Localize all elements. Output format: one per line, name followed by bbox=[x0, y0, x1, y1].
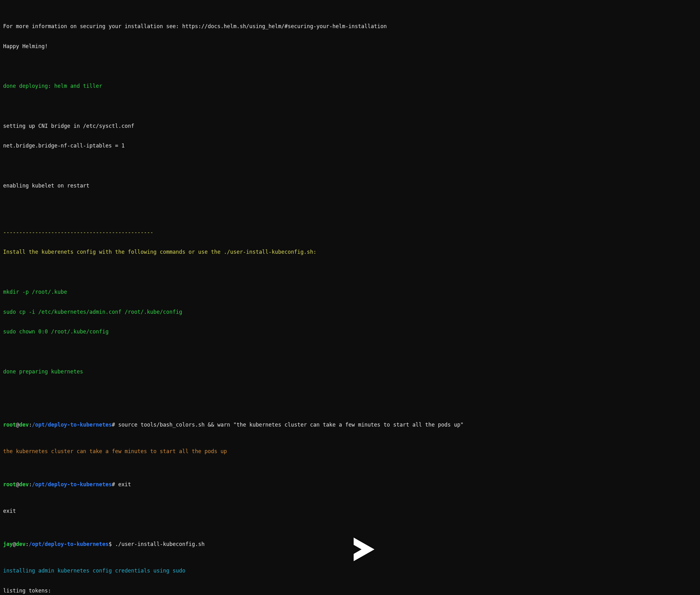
prompt-user: root bbox=[3, 481, 16, 487]
prompt-colon: : bbox=[29, 422, 32, 428]
prompt-path: /opt/deploy-to-kubernetes bbox=[32, 422, 112, 428]
prompt-path: /opt/deploy-to-kubernetes bbox=[29, 541, 109, 547]
status-done-deploy: done deploying: helm and tiller bbox=[3, 83, 697, 89]
prompt-sigil: # bbox=[112, 481, 115, 487]
blank-line bbox=[3, 163, 697, 169]
output-line: exit bbox=[3, 508, 697, 514]
play-icon bbox=[349, 535, 377, 563]
blank-line bbox=[3, 202, 697, 209]
shell-prompt-root: root@dev:/opt/deploy-to-kubernetes# exit bbox=[3, 481, 697, 488]
prompt-host: dev bbox=[16, 541, 26, 547]
suggested-command: sudo chown 0:0 /root/.kube/config bbox=[3, 329, 697, 335]
prompt-host: dev bbox=[19, 481, 29, 487]
typed-command: source tools/bash_colors.sh && warn "the… bbox=[115, 422, 464, 428]
blank-line bbox=[3, 348, 697, 355]
divider-line: ----------------------------------------… bbox=[3, 229, 697, 236]
prompt-user: root bbox=[3, 422, 16, 428]
output-line: listing tokens: bbox=[3, 588, 697, 594]
output-line: net.bridge.bridge-nf-call-iptables = 1 bbox=[3, 142, 697, 149]
blank-line bbox=[3, 389, 697, 395]
output-line: For more information on securing your in… bbox=[3, 23, 697, 30]
prompt-colon: : bbox=[29, 481, 32, 487]
play-button[interactable] bbox=[336, 529, 364, 557]
prompt-at: @ bbox=[13, 541, 16, 547]
prompt-sigil: # bbox=[112, 422, 115, 428]
output-line: enabling kubelet on restart bbox=[3, 182, 697, 189]
typed-command: ./user-install-kubeconfig.sh bbox=[112, 541, 205, 547]
prompt-user: jay bbox=[3, 541, 13, 547]
prompt-colon: : bbox=[26, 541, 29, 547]
typed-command: exit bbox=[115, 481, 131, 487]
warn-output: the kubernetes cluster can take a few mi… bbox=[3, 448, 697, 455]
output-line: setting up CNI bridge in /etc/sysctl.con… bbox=[3, 123, 697, 130]
output-line: Happy Helming! bbox=[3, 43, 697, 50]
prompt-at: @ bbox=[16, 481, 19, 487]
blank-line bbox=[3, 103, 697, 109]
status-installing: installing admin kubernetes config crede… bbox=[3, 567, 697, 574]
suggested-command: mkdir -p /root/.kube bbox=[3, 289, 697, 295]
status-done-prepare: done preparing kubernetes bbox=[3, 368, 697, 375]
prompt-at: @ bbox=[16, 422, 19, 428]
blank-line bbox=[3, 63, 697, 69]
blank-line bbox=[3, 269, 697, 275]
prompt-path: /opt/deploy-to-kubernetes bbox=[32, 481, 112, 487]
shell-prompt-root: root@dev:/opt/deploy-to-kubernetes# sour… bbox=[3, 422, 697, 428]
prompt-sigil: $ bbox=[109, 541, 112, 547]
terminal-output[interactable]: For more information on securing your in… bbox=[0, 0, 700, 595]
prompt-host: dev bbox=[19, 422, 29, 428]
instruction-line: Install the kuberenets config with the f… bbox=[3, 249, 697, 255]
suggested-command: sudo cp -i /etc/kubernetes/admin.conf /r… bbox=[3, 309, 697, 315]
